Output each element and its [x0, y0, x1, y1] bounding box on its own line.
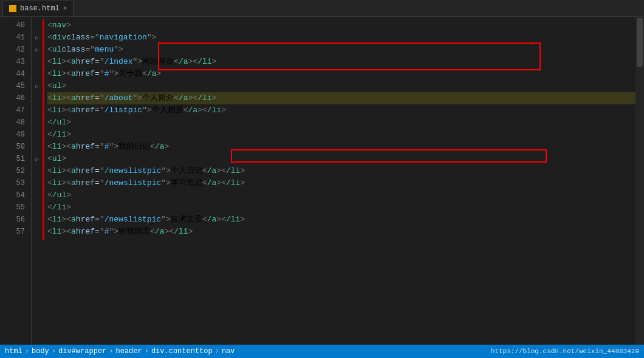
vertical-scrollbar[interactable] — [635, 17, 644, 345]
line-number: 52 — [0, 165, 25, 177]
line-number: 57 — [0, 226, 25, 238]
code-line: <li><a href="/listpic">个人相册</a></li> — [47, 104, 635, 117]
line-number: 49 — [0, 129, 25, 141]
line-number: 48 — [0, 117, 25, 129]
line-number: 46 — [0, 92, 25, 104]
breadcrumb-html[interactable]: html — [5, 347, 22, 356]
fold-icon — [32, 56, 43, 68]
breadcrumb-sep-5: › — [215, 347, 219, 356]
fold-icon — [32, 104, 43, 117]
breadcrumb-sep-1: › — [25, 347, 29, 356]
code-line: <li><a href="/newslistpic">技术文章</a></li> — [47, 214, 635, 226]
editor-area: 404142434445464748495051525354555657 ▷▷▷… — [0, 17, 644, 345]
fold-icon — [32, 19, 43, 32]
status-url: https://blog.csdn.net/weixin_44883429 — [491, 348, 639, 355]
breadcrumb-wrapper[interactable]: div#wrapper — [58, 347, 106, 356]
line-number: 56 — [0, 214, 25, 226]
code-line: <li><a href="/newslistpic">个人日记</a></li> — [47, 165, 635, 177]
scrollbar-thumb[interactable] — [637, 18, 643, 67]
code-line: <nav> — [47, 19, 635, 32]
fold-icon — [32, 68, 43, 80]
fold-icon — [32, 226, 43, 238]
code-line: <ul class="menu"> — [47, 44, 635, 56]
breadcrumb-sep-4: › — [145, 347, 149, 356]
line-number: 44 — [0, 68, 25, 80]
line-number: 51 — [0, 153, 25, 165]
breadcrumb-nav[interactable]: nav — [222, 347, 235, 356]
fold-icon — [32, 117, 43, 129]
fold-icon — [32, 92, 43, 104]
active-indicator-line — [43, 19, 44, 240]
fold-icon[interactable]: ▷ — [32, 80, 43, 92]
line-number: 54 — [0, 189, 25, 201]
tab-filename: base.html — [20, 4, 60, 13]
breadcrumb-bar: html › body › div#wrapper › header › div… — [0, 345, 644, 358]
breadcrumb-header[interactable]: header — [115, 347, 142, 356]
line-numbers-gutter: 404142434445464748495051525354555657 — [0, 17, 32, 345]
code-line: <li><a href="/newslistpic">学习笔记</a></li> — [47, 177, 635, 189]
fold-icon[interactable]: ▷ — [32, 32, 43, 44]
fold-gutter: ▷▷▷▷ — [32, 17, 43, 345]
fold-icon — [32, 177, 43, 189]
editor-main: C 🔥 ⚙ O ☆ 404142434445464748495051525354… — [0, 17, 644, 345]
code-line: <li><a href="/about">个人简介</a></li> — [47, 92, 635, 104]
code-line: <li><a href="#">给我留言</a></li> — [47, 226, 635, 238]
breadcrumb-contenttop[interactable]: div.contenttop — [151, 347, 213, 356]
fold-icon — [32, 165, 43, 177]
code-area: <nav> <div class="navigation"> <ul class… — [43, 17, 635, 345]
fold-icon — [32, 129, 43, 141]
fold-icon — [32, 189, 43, 201]
code-line: </li> — [47, 129, 635, 141]
tab-close-button[interactable]: × — [63, 5, 67, 12]
code-line: <li><a href="/index">网站首页</a></li> — [47, 56, 635, 68]
code-line: </ul> — [47, 117, 635, 129]
code-line: <ul> — [47, 80, 635, 92]
line-number: 47 — [0, 104, 25, 117]
code-line: <ul> — [47, 153, 635, 165]
code-line: <li><a href="#">关于我</a> — [47, 68, 635, 80]
fold-icon — [32, 214, 43, 226]
fold-icon[interactable]: ▷ — [32, 44, 43, 56]
breadcrumb-sep-3: › — [109, 347, 113, 356]
breadcrumb-body[interactable]: body — [32, 347, 49, 356]
line-number: 42 — [0, 44, 25, 56]
html-file-icon — [9, 5, 16, 12]
code-line: <li><a href="#">我的日记</a> — [47, 141, 635, 153]
code-line: </ul> — [47, 189, 635, 201]
code-line: <div class="navigation"> — [47, 32, 635, 44]
fold-icon[interactable]: ▷ — [32, 153, 43, 165]
code-line: </li> — [47, 201, 635, 214]
tab-bar: base.html × — [0, 0, 644, 17]
line-number: 43 — [0, 56, 25, 68]
line-number: 55 — [0, 201, 25, 214]
fold-icon — [32, 201, 43, 214]
line-number: 41 — [0, 32, 25, 44]
line-number: 50 — [0, 141, 25, 153]
editor-tab[interactable]: base.html × — [2, 1, 74, 16]
line-number: 53 — [0, 177, 25, 189]
breadcrumb-sep-2: › — [52, 347, 56, 356]
line-number: 45 — [0, 80, 25, 92]
line-number: 40 — [0, 19, 25, 32]
fold-icon — [32, 141, 43, 153]
